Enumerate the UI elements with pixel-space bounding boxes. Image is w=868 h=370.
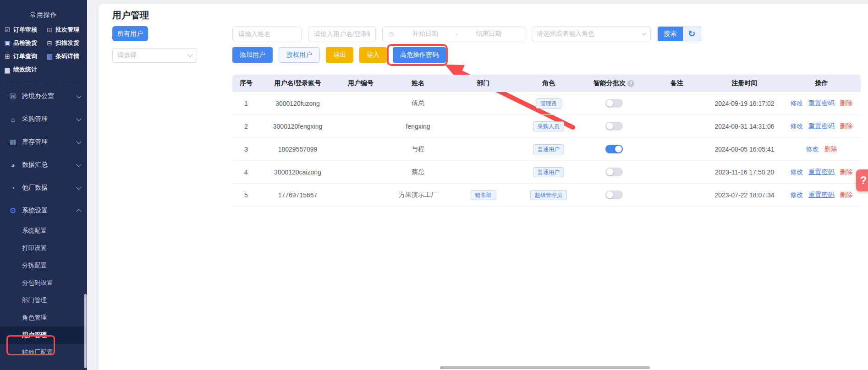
column-header: 序号 <box>232 79 260 87</box>
row-smart-batch <box>581 99 647 108</box>
sidebar-item-purchase-manage[interactable]: ⌂采购管理 <box>0 108 87 131</box>
sidebar-subitem[interactable]: 转他厂配置 <box>0 344 87 361</box>
column-header: 智能分批次? <box>581 79 647 87</box>
row-username: 3000120caizong <box>260 169 335 176</box>
name-filter-input[interactable] <box>232 27 302 41</box>
chevron-down-icon <box>187 52 192 57</box>
delete-link[interactable]: 删除 <box>840 168 853 176</box>
sidebar-item-label: 采购管理 <box>22 115 77 123</box>
search-button[interactable]: 搜索 <box>658 27 683 41</box>
column-header: 姓名 <box>386 79 450 87</box>
date-range-picker[interactable]: ◷ 开始日期 - 结束日期 <box>382 27 525 41</box>
row-dept-tag: 销售部 <box>471 190 496 200</box>
danger-password-button[interactable]: 高危操作密码 <box>393 47 446 63</box>
add-user-button[interactable]: 添加用户 <box>232 47 273 63</box>
quick-op-label: 扫描发货 <box>55 39 79 47</box>
quick-op-label: 条码详情 <box>55 52 79 60</box>
edit-link[interactable]: 修改 <box>791 122 803 131</box>
system-settings-icon: ⚙ <box>8 206 17 216</box>
sidebar-item-other-factory[interactable]: ◔他厂数据 <box>0 176 87 199</box>
edit-link[interactable]: 修改 <box>806 145 819 153</box>
quick-op-qc-inspection[interactable]: ▣品检验货 <box>4 39 46 47</box>
start-date-placeholder: 开始日期 <box>395 30 456 38</box>
row-smart-batch <box>581 122 647 131</box>
cross-border-icon: Ⓦ <box>8 92 17 101</box>
smart-batch-toggle[interactable] <box>605 168 623 176</box>
sidebar-menu: Ⓦ跨境办公室⌂采购管理▦库存管理◕数据汇总◔他厂数据⚙系统设置系统配置打印设置分… <box>0 85 87 361</box>
help-badge[interactable]: ? <box>856 169 868 191</box>
toggle-knob <box>615 146 622 152</box>
sidebar-subitem[interactable]: 角色管理 <box>0 309 87 326</box>
horizontal-scrollbar[interactable] <box>440 366 650 369</box>
delete-link[interactable]: 删除 <box>824 145 837 153</box>
barcode-detail-icon: ▥ <box>46 53 53 60</box>
import-button[interactable]: 导入 <box>359 47 387 63</box>
user-group-select[interactable]: 请选择 <box>112 48 197 63</box>
sidebar-item-system-settings[interactable]: ⚙系统设置 <box>0 199 87 222</box>
sidebar-scrollbar[interactable] <box>84 294 87 368</box>
row-smart-batch <box>581 190 647 199</box>
quick-op-order-audit[interactable]: ☑订单审核 <box>4 26 46 34</box>
reset-password-link[interactable]: 重置密码 <box>809 99 835 108</box>
sidebar-item-inventory-manage[interactable]: ▦库存管理 <box>0 131 87 153</box>
role-select[interactable]: 请选择或者输入角色 <box>532 27 651 41</box>
username-filter-input[interactable] <box>308 27 376 41</box>
sidebar-subitem[interactable]: 用户管理 <box>0 326 87 344</box>
smart-batch-toggle[interactable] <box>605 122 623 131</box>
row-username: 17769715667 <box>260 191 335 199</box>
row-index: 3 <box>232 146 260 153</box>
quick-op-barcode-detail[interactable]: ▥条码详情 <box>46 52 91 60</box>
sidebar-subitem[interactable]: 分包码设置 <box>0 274 87 292</box>
row-role: 采购人员 <box>516 121 581 131</box>
smart-batch-toggle[interactable] <box>605 99 623 108</box>
quick-op-performance-stats[interactable]: ▆绩效统计 <box>4 65 46 74</box>
sidebar-divider <box>4 83 83 83</box>
column-header: 用户编号 <box>335 79 386 87</box>
order-search-icon: ⊞ <box>4 53 11 60</box>
sidebar-subitem[interactable]: 分拣配置 <box>0 257 87 274</box>
page-title: 用户管理 <box>112 9 149 22</box>
smart-batch-toggle[interactable] <box>605 190 623 199</box>
row-actions: 修改删除 <box>782 145 861 153</box>
chevron-down-icon <box>76 162 81 167</box>
reset-password-link[interactable]: 重置密码 <box>809 168 835 176</box>
help-circle-icon[interactable]: ? <box>627 80 634 87</box>
chevron-down-icon <box>76 139 81 144</box>
row-actions: 修改重置密码删除 <box>782 191 861 199</box>
batch-manage-icon: ⊡ <box>46 26 53 33</box>
refresh-button[interactable]: ↻ <box>683 27 701 41</box>
table-row: 517769715667方果演示工厂销售部超级管理员2023-07-22 18:… <box>232 184 861 207</box>
row-username: 3000120fengxing <box>260 123 335 130</box>
smart-batch-toggle[interactable] <box>605 145 623 153</box>
edit-link[interactable]: 修改 <box>791 168 803 176</box>
purchase-manage-icon: ⌂ <box>8 115 17 123</box>
quick-ops-grid: ☑订单审核⊡批次管理▣品检验货⊟扫描发货⊞订单查询▥条码详情▆绩效统计 <box>4 26 87 74</box>
delete-link[interactable]: 删除 <box>840 122 853 131</box>
scan-ship-icon: ⊟ <box>46 39 53 47</box>
authorize-user-button[interactable]: 授权用户 <box>279 47 320 63</box>
table-row: 318029557099与程普通用户2024-08-05 16:05:41修改删… <box>232 138 861 161</box>
row-name: 蔡总 <box>386 168 450 176</box>
sidebar-item-cross-border[interactable]: Ⓦ跨境办公室 <box>0 85 87 108</box>
quick-op-scan-ship[interactable]: ⊟扫描发货 <box>46 39 91 47</box>
quick-op-batch-manage[interactable]: ⊡批次管理 <box>46 26 91 34</box>
row-index: 5 <box>232 191 260 199</box>
delete-link[interactable]: 删除 <box>840 191 853 199</box>
edit-link[interactable]: 修改 <box>791 191 803 199</box>
sidebar-subitem[interactable]: 部门管理 <box>0 292 87 309</box>
row-username: 18029557099 <box>260 146 335 153</box>
export-button[interactable]: 导出 <box>326 47 353 63</box>
clock-icon: ◷ <box>388 30 394 38</box>
row-role-tag: 普通用户 <box>533 144 564 154</box>
sidebar-item-data-summary[interactable]: ◕数据汇总 <box>0 153 87 176</box>
quick-op-order-search[interactable]: ⊞订单查询 <box>4 52 46 60</box>
all-users-button[interactable]: 所有用户 <box>112 26 148 41</box>
user-group-select-placeholder: 请选择 <box>117 51 137 60</box>
reset-password-link[interactable]: 重置密码 <box>809 122 835 131</box>
delete-link[interactable]: 删除 <box>840 99 853 108</box>
sidebar-subitem[interactable]: 系统配置 <box>0 222 87 239</box>
edit-link[interactable]: 修改 <box>791 99 803 108</box>
sidebar-subitem[interactable]: 打印设置 <box>0 239 87 257</box>
reset-password-link[interactable]: 重置密码 <box>809 191 835 199</box>
inventory-manage-icon: ▦ <box>8 138 17 146</box>
